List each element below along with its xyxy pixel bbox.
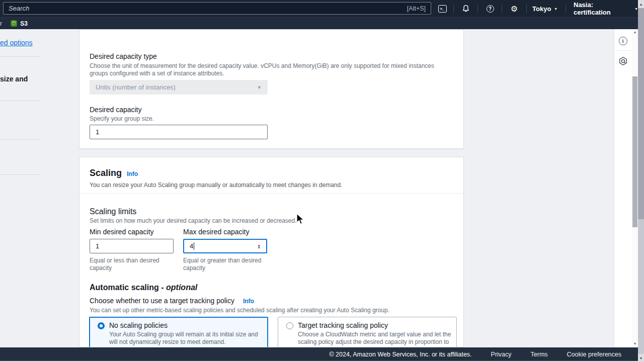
max-capacity-helper: Equal or greater than desired capacity (183, 257, 271, 272)
wizard-nav-clipped-link[interactable]: ed options (0, 39, 33, 47)
top-navigation-bar: [Alt+S] >_ ? ⚙ Tokyo ▼ Nasia: certificat… (0, 0, 638, 17)
topbar-separator (453, 4, 454, 13)
tile-target-tracking-policy[interactable]: Target tracking scaling policy Choose a … (278, 317, 457, 347)
question-mark-glyph: ? (487, 5, 494, 13)
wizard-nav-clipped-step: size and (0, 75, 28, 83)
radio-selected-icon[interactable] (98, 322, 105, 329)
chevron-down-icon: ▼ (634, 7, 638, 11)
scaling-info-link[interactable]: Info (127, 170, 138, 177)
tile-no-scaling-policies[interactable]: No scaling policies Your Auto Scaling gr… (89, 317, 268, 347)
settings-gear-icon[interactable]: ⚙ (508, 0, 520, 17)
account-label: Nasia: certification (574, 1, 631, 16)
console-footer: © 2024, Amazon Web Services, Inc. or its… (0, 347, 638, 361)
copyright-text: © 2024, Amazon Web Services, Inc. or its… (329, 351, 471, 358)
browser-scroll-down-icon[interactable]: ▼ (638, 354, 644, 362)
global-search-box[interactable]: [Alt+S] (3, 2, 431, 15)
topbar-separator (566, 4, 566, 13)
hexagon-icon (618, 56, 628, 66)
desired-capacity-input[interactable]: 1 (90, 125, 268, 139)
target-tracking-question-label: Choose whether to use a target tracking … (90, 297, 234, 305)
bell-glyph (462, 5, 470, 13)
step-down-icon[interactable]: ▼ (258, 246, 261, 249)
input-value: 1 (96, 242, 99, 250)
tile-label: Target tracking scaling policy (298, 321, 388, 329)
scaling-title: Scaling (90, 168, 122, 178)
privacy-link[interactable]: Privacy (491, 351, 512, 358)
browser-scrollbar-thumb[interactable] (638, 8, 644, 219)
scaling-limits-description: Set limits on how much your desired capa… (90, 217, 297, 225)
region-selector[interactable]: Tokyo ▼ (532, 0, 557, 17)
number-stepper[interactable]: ▲▼ (258, 244, 261, 249)
chevron-down-icon: ▼ (554, 7, 557, 11)
tile-description: Your Auto Scaling group will remain at i… (109, 331, 266, 346)
max-desired-capacity-label: Max desired capacity (183, 228, 250, 236)
automatic-scaling-title: Automatic scaling - (90, 283, 166, 292)
notifications-bell-icon[interactable] (460, 0, 471, 17)
group-size-card: Desired capacity type Choose the unit of… (79, 29, 464, 149)
search-input[interactable] (9, 5, 407, 12)
tile-description: Choose a CloudWatch metric and target va… (298, 331, 455, 347)
s3-service-icon (11, 20, 17, 27)
help-icon[interactable]: ? (485, 0, 496, 17)
desired-capacity-type-label: Desired capacity type (90, 52, 157, 60)
browser-scroll-up-icon[interactable]: ▲ (638, 0, 644, 8)
terms-link[interactable]: Terms (531, 351, 548, 358)
topbar-separator (502, 4, 502, 13)
desired-capacity-type-description: Choose the unit of measurement for the d… (90, 62, 448, 77)
cloudshell-icon[interactable]: >_ (437, 0, 448, 17)
desired-capacity-type-select[interactable]: Units (number of instances) ▼ (90, 80, 268, 95)
wizard-nav-divider (0, 139, 41, 140)
wizard-nav-divider (0, 101, 41, 101)
info-panel-button[interactable]: i (614, 31, 632, 51)
tile-label: No scaling policies (109, 321, 168, 329)
desired-capacity-label: Desired capacity (90, 106, 142, 114)
favorite-s3-shortcut[interactable]: S3 (11, 20, 28, 27)
wizard-nav-divider (0, 56, 41, 57)
input-value: 4 (190, 242, 193, 250)
min-capacity-helper: Equal or less than desired capacity (90, 257, 178, 272)
target-tracking-info-link[interactable]: Info (243, 298, 254, 305)
topbar-separator (477, 4, 478, 13)
content-scrollbar-thumb[interactable] (632, 76, 637, 227)
card-header-divider (79, 193, 463, 194)
scaling-card: Scaling Info You can resize your Auto Sc… (79, 157, 464, 347)
aws-console-page: [Alt+S] >_ ? ⚙ Tokyo ▼ Nasia: certificat… (0, 0, 644, 362)
max-desired-capacity-input[interactable]: 4 ▲▼ (183, 239, 267, 253)
search-shortcut-hint: [Alt+S] (407, 5, 426, 12)
min-desired-capacity-label: Min desired capacity (90, 228, 154, 236)
scaling-limits-title: Scaling limits (90, 207, 136, 216)
desired-capacity-description: Specify your group size. (90, 115, 154, 123)
s3-label: S3 (20, 20, 28, 27)
region-label: Tokyo (532, 5, 551, 13)
min-desired-capacity-input[interactable]: 1 (90, 239, 174, 253)
wizard-nav-divider (0, 174, 41, 175)
chevron-down-icon: ▼ (257, 85, 262, 90)
account-menu[interactable]: Nasia: certification ▼ (574, 0, 638, 17)
gear-glyph: ⚙ (511, 4, 518, 14)
scroll-up-icon[interactable]: ▲ (632, 30, 638, 34)
clipped-favorite-item[interactable]: r (0, 20, 2, 27)
radio-unselected-icon[interactable] (286, 322, 293, 329)
info-circle-icon: i (619, 37, 627, 45)
automatic-scaling-description: You can set up other metric-based scalin… (90, 307, 401, 314)
cookie-preferences-link[interactable]: Cookie preferences (567, 351, 621, 358)
help-panel-strip (614, 29, 632, 347)
text-cursor (194, 242, 194, 250)
scroll-down-icon[interactable]: ▼ (632, 342, 638, 345)
select-value: Units (number of instances) (96, 83, 176, 91)
automatic-scaling-title-optional: optional (166, 283, 197, 292)
cloudshell-terminal-glyph: >_ (438, 5, 447, 13)
favorites-bar: r S3 (0, 17, 638, 29)
resources-panel-button[interactable] (614, 51, 632, 71)
input-value: 1 (96, 128, 99, 136)
scaling-description: You can resize your Auto Scaling group m… (90, 182, 343, 189)
topbar-separator (526, 4, 527, 13)
